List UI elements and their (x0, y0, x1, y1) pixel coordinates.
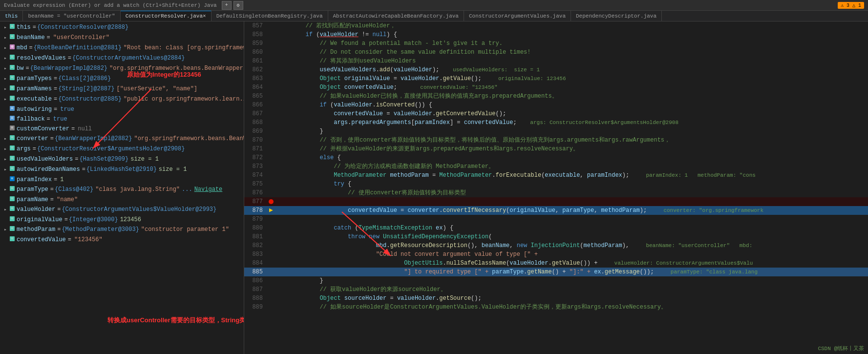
code-area: 857 // 若找到匹配的valueHolder， 858 if (valueH… (244, 21, 868, 354)
expand-paramindex (4, 175, 10, 176)
expand-originalvalue (4, 215, 10, 216)
code-line-887: 887 // 获取valueHolder的来源sourceHolder。 (244, 285, 868, 294)
code-line-863: 863 Object originalValue = valueHolder.g… (244, 74, 868, 83)
expand-converter[interactable] (4, 134, 10, 144)
var-methodparam[interactable]: ≡ methodParam = {MethodParameter@3003} "… (0, 225, 244, 235)
expand-methodparam[interactable] (4, 225, 10, 234)
var-this[interactable]: ≡ this = {ConstructorResolver@2888} (0, 22, 244, 33)
expand-convertedvalue (4, 235, 10, 236)
code-line-871: 871 // 并根据valueHolder的来源更新args.preparedA… (244, 145, 868, 153)
icon-usedvalueholders: ≡ (10, 156, 15, 161)
var-converter[interactable]: ≡ converter = {BeanWrapperImpl@2882} "or… (0, 134, 244, 144)
code-line-857: 857 // 若找到匹配的valueHolder， (244, 21, 868, 30)
expand-args[interactable] (4, 145, 10, 154)
evaluate-label: Evaluate expression (Enter) or add a wat… (4, 2, 217, 8)
expand-bw[interactable] (4, 64, 10, 73)
icon-paramtypes: ≡ (10, 75, 15, 80)
icon-bw: ≡ (10, 65, 15, 70)
icon-autowiring: ≡ (10, 106, 15, 111)
icon-mbd: ⊙ (10, 44, 15, 49)
var-customconverter[interactable]: ≡ customConverter = null (0, 124, 244, 134)
code-line-864: 864 Object convertedValue; convertedValu… (244, 83, 868, 92)
icon-beanname: ≡ (10, 34, 15, 39)
var-paramnames[interactable]: ≡ paramNames = {String[2]@2887} ["userSe… (0, 84, 244, 94)
icon-converter: ≡ (10, 135, 15, 140)
code-line-886: 886 } (244, 276, 868, 285)
var-paramtypes[interactable]: ≡ paramTypes = {Class[2]@2886} (0, 74, 244, 84)
icon-this: ≡ (10, 24, 15, 29)
code-line-884: 884 ObjectUtils.nullSafeClassName(valueH… (244, 259, 868, 268)
tab-beanname[interactable]: beanName = "userController" (23, 11, 120, 21)
var-convertedvalue[interactable]: ≡ convertedValue = "123456" (0, 235, 244, 245)
expand-paramname (4, 195, 10, 196)
icon-resolvedvalues: ≡ (10, 55, 15, 60)
expand-autowiredbeannames[interactable] (4, 165, 10, 174)
code-line-882: 882 mbd.getResourceDescription(), beanNa… (244, 241, 868, 250)
var-usedvalueholders[interactable]: ≡ usedValueHolders = {HashSet@2909} size… (0, 154, 244, 165)
icon-originalvalue: ≡ (10, 216, 15, 221)
code-line-862: 862 usedValueHolders.add(valueHolder); u… (244, 65, 868, 74)
tab-dependencydescriptor[interactable]: DependencyDescriptor.java (571, 11, 662, 21)
code-line-889: 889 // 如果sourceHolder是ConstructorArgumen… (244, 303, 868, 312)
code-line-881: 881 throw new UnsatisfiedDependencyExcep… (244, 232, 868, 241)
expand-this[interactable] (4, 23, 10, 32)
annotation-converted-value: 转换成userController需要的目标类型，String类型的"12345… (107, 316, 244, 325)
debug-arrow-878: ▶ (269, 206, 273, 215)
code-panel: 857 // 若找到匹配的valueHolder， 858 if (valueH… (244, 21, 868, 354)
code-line-858: 858 if (valueHolder != null) { (244, 30, 868, 39)
icon-executable: ≡ (10, 96, 15, 101)
code-line-865: 865 // 如果valueHolder已转换，直接使用其已转换的值填充args… (244, 92, 868, 101)
var-bw[interactable]: ≡ bw = {BeanWrapperImpl@2882} "org.sprin… (0, 63, 244, 74)
code-line-879: 879 (244, 215, 868, 224)
code-line-885: 885 "] to required type [" + paramType.g… (244, 268, 868, 276)
var-originalvalue[interactable]: ≡ originalValue = {Integer@3000} 123456 (0, 215, 244, 225)
top-bar: Evaluate expression (Enter) or add a wat… (0, 0, 868, 11)
code-line-869: 869 } (244, 127, 868, 136)
code-line-872: 872 else { (244, 153, 868, 162)
var-list: ≡ this = {ConstructorResolver@2888} ≡ be… (0, 21, 244, 246)
code-line-888: 888 Object sourceHolder = valueHolder.ge… (244, 294, 868, 303)
var-valueholder[interactable]: ≡ valueHolder = {ConstructorArgumentValu… (0, 205, 244, 215)
var-args[interactable]: ≡ args = {ConstructorResolver$ArgumentsH… (0, 144, 244, 154)
expand-paramnames[interactable] (4, 84, 10, 94)
expand-executable[interactable] (4, 95, 10, 104)
add-watch-button[interactable]: + (222, 1, 232, 10)
main-content: ≡ this = {ConstructorResolver@2888} ≡ be… (0, 21, 868, 354)
var-paramtype[interactable]: ≡ paramType = {Class@402} "class java.la… (0, 185, 244, 195)
expand-mbd[interactable] (4, 43, 10, 53)
icon-fallback: ≡ (10, 116, 15, 121)
tab-constructorresolver[interactable]: ConstructorResolver.java× (121, 11, 212, 21)
icon-valueholder: ≡ (10, 206, 15, 211)
expand-paramtypes[interactable] (4, 74, 10, 83)
var-autowiring[interactable]: ≡ autowiring = true (0, 104, 244, 114)
code-line-875: 875 try { (244, 180, 868, 188)
var-resolvedvalues[interactable]: ≡ resolvedValues = {ConstructorArgumentV… (0, 53, 244, 63)
code-line-859: 859 // We found a potential match - let'… (244, 39, 868, 48)
tab-abstractautowire[interactable]: AbstractAutowireCapableBeanFactory.java (328, 11, 464, 21)
var-executable[interactable]: ≡ executable = {Constructor@2885} "publi… (0, 94, 244, 104)
expand-valueholder[interactable] (4, 205, 10, 214)
code-line-867: 867 convertedValue = valueHolder.getConv… (244, 109, 868, 118)
var-autowiredbeannames[interactable]: ≡ autowiredBeanNames = {LinkedHashSet@29… (0, 165, 244, 175)
expand-beanname[interactable] (4, 33, 10, 42)
var-paramname[interactable]: ≡ paramName = "name" (0, 195, 244, 205)
expand-paramtype[interactable] (4, 185, 10, 194)
var-beanname[interactable]: ≡ beanName = "userController" (0, 33, 244, 43)
settings-button[interactable]: ⚙ (233, 1, 243, 10)
icon-convertedvalue: ≡ (10, 236, 15, 241)
code-line-866: 866 if (valueHolder.isConverted()) { (244, 101, 868, 109)
code-line-860: 860 // Do not consider the same value de… (244, 48, 868, 57)
tab-this[interactable]: this (0, 11, 23, 21)
expand-autowiring (4, 105, 10, 105)
tab-defaultsingleton[interactable]: DefaultSingletonBeanRegistry.java (212, 11, 328, 21)
paramtype-navigate-link[interactable]: Navigate (194, 185, 223, 194)
var-paramindex[interactable]: ≡ paramIndex = 1 (0, 175, 244, 185)
var-mbd[interactable]: ⊙ mbd = {RootBeanDefinition@2881} "Root … (0, 43, 244, 53)
icon-customconverter: ≡ (10, 125, 15, 130)
var-fallback[interactable]: ≡ fallback = true (0, 114, 244, 124)
code-line-873: 873 // 为给定的方法或构造函数创建新的 MethodParameter。 (244, 162, 868, 171)
expand-resolvedvalues[interactable] (4, 54, 10, 63)
expand-usedvalueholders[interactable] (4, 155, 10, 164)
tab-constructorargumentvalues[interactable]: ConstructorArgumentValues.java (464, 11, 571, 21)
code-line-880: 880 catch (TypeMismatchException ex) { (244, 224, 868, 232)
